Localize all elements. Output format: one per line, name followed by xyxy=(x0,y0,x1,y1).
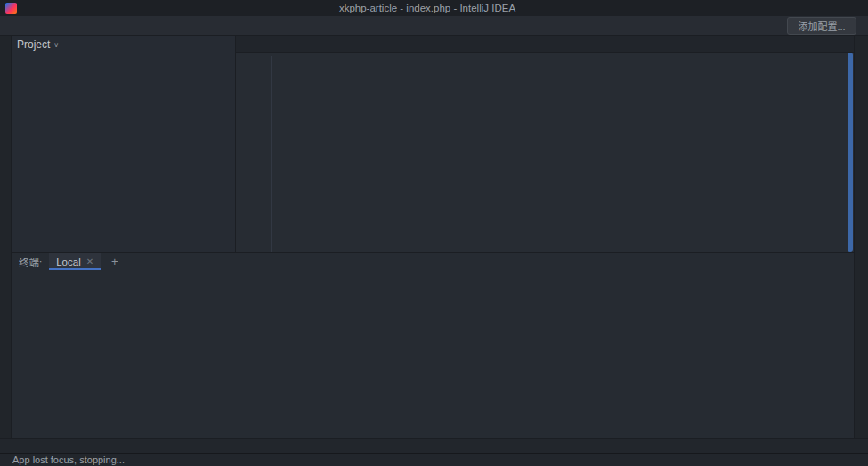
run-toolbar: 添加配置... xyxy=(781,17,863,35)
window-titlebar: xkphp-article - index.php - IntelliJ IDE… xyxy=(0,0,868,16)
right-toolwindow-stripe xyxy=(854,36,868,438)
project-tree xyxy=(12,53,235,252)
terminal-label: 终端: xyxy=(19,255,42,269)
chevron-down-icon: ∨ xyxy=(53,41,59,49)
close-icon[interactable]: ✕ xyxy=(86,257,93,266)
project-panel-title[interactable]: Project∨ xyxy=(17,38,59,51)
toolwindow-bar xyxy=(0,438,868,453)
status-message: App lost focus, stopping... xyxy=(12,454,125,465)
status-bar: App lost focus, stopping... xyxy=(0,453,868,466)
left-toolwindow-stripe xyxy=(0,36,12,438)
editor-area xyxy=(236,36,854,252)
intellij-idea-logo xyxy=(5,3,17,14)
terminal-output xyxy=(12,270,854,438)
project-panel-header: Project∨ xyxy=(12,36,235,53)
code-editor[interactable] xyxy=(236,53,854,252)
terminal-header: 终端: Local✕ + xyxy=(12,253,854,270)
editor-gutter[interactable] xyxy=(236,56,272,252)
terminal-tab-local[interactable]: Local✕ xyxy=(49,253,101,270)
code-content xyxy=(272,56,854,252)
new-terminal-session-button[interactable]: + xyxy=(108,255,122,268)
run-configuration-selector[interactable]: 添加配置... xyxy=(787,17,856,35)
window-title: xkphp-article - index.php - IntelliJ IDE… xyxy=(22,3,868,13)
editor-tab-bar xyxy=(236,36,854,53)
editor-scrollbar[interactable] xyxy=(848,53,853,252)
navigation-bar: 添加配置... xyxy=(0,16,868,36)
terminal-panel: 终端: Local✕ + xyxy=(12,252,854,438)
project-panel: Project∨ xyxy=(12,36,236,252)
